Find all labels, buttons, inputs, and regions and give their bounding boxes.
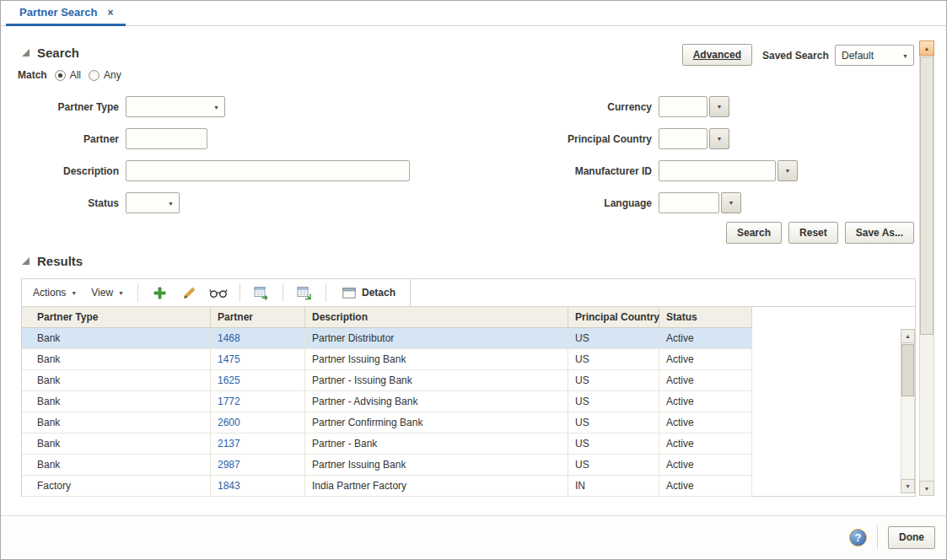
tab-partner-search[interactable]: Partner Search × [6, 1, 126, 26]
cell-status: Active [659, 328, 752, 348]
manufacturer-id-lov-button[interactable]: ▼ [778, 160, 798, 181]
table-scroll-up-button[interactable]: ▲ [901, 329, 915, 343]
reset-button[interactable]: Reset [788, 222, 838, 244]
manufacturer-id-input[interactable] [659, 160, 776, 181]
chevron-down-icon: ▼ [902, 53, 908, 59]
partner-input[interactable] [126, 128, 207, 149]
search-section-header[interactable]: Search [22, 46, 79, 60]
cell-partner-link[interactable]: 1468 [211, 328, 305, 348]
cell-partner-link[interactable]: 1772 [211, 391, 305, 412]
col-header-principal-country[interactable]: Principal Country [568, 307, 659, 327]
saved-search-select[interactable]: Default ▼ [835, 45, 914, 66]
tab-title: Partner Search [19, 6, 98, 19]
cell-partner-link[interactable]: 2137 [211, 433, 305, 454]
cell-description: Partner - Bank [305, 433, 568, 454]
export-button[interactable] [293, 282, 316, 304]
partner-type-select[interactable]: ▼ [126, 96, 225, 117]
query-button[interactable] [207, 282, 230, 304]
save-as-button[interactable]: Save As... [845, 222, 914, 244]
cell-principal-country: US [568, 433, 659, 454]
match-all-radio[interactable]: All [55, 69, 81, 81]
table-row[interactable]: Bank 1468 Partner Distributor US Active [22, 328, 752, 349]
table-scroll-track[interactable] [901, 343, 915, 479]
page-scrollbar[interactable]: ▲ ▼ [919, 40, 934, 496]
cell-partner-link[interactable]: 1625 [211, 370, 305, 390]
language-lov-button[interactable]: ▼ [721, 192, 741, 213]
cell-partner-link[interactable]: 1843 [211, 476, 305, 496]
table-scroll-thumb[interactable] [901, 344, 914, 396]
currency-input[interactable] [659, 96, 708, 117]
actions-menu[interactable]: Actions ▼ [29, 287, 81, 299]
match-any-label: Any [104, 69, 121, 81]
table-row[interactable]: Bank 1772 Partner - Advising Bank US Act… [22, 391, 752, 412]
detach-button[interactable]: Detach [336, 287, 402, 299]
page-scroll-down-button[interactable]: ▼ [919, 481, 934, 496]
down-arrow-icon: ▼ [924, 486, 930, 492]
table-row[interactable]: Factory 1843 India Partner Factory IN Ac… [22, 476, 752, 497]
footer-separator [877, 525, 878, 549]
manufacturer-id-row: Manufacturer ID ▼ [524, 160, 798, 181]
table-row[interactable]: Bank 1475 Partner Issuing Bank US Active [22, 349, 752, 370]
table-scroll-down-button[interactable]: ▼ [901, 479, 915, 493]
partner-type-label: Partner Type [1, 101, 126, 113]
status-select[interactable]: ▼ [126, 192, 180, 213]
col-header-description[interactable]: Description [305, 307, 568, 327]
search-button[interactable]: Search [726, 222, 782, 244]
cell-partner-link[interactable]: 1475 [211, 349, 305, 369]
cell-principal-country: IN [568, 476, 659, 496]
chevron-down-icon: ▼ [717, 104, 723, 110]
footer-bar: ? Done [1, 515, 946, 559]
cell-principal-country: US [568, 370, 659, 390]
manufacturer-id-label: Manufacturer ID [524, 165, 659, 177]
col-header-status[interactable]: Status [659, 307, 752, 327]
table-row[interactable]: Bank 2137 Partner - Bank US Active [22, 433, 752, 455]
partner-search-window: Partner Search × Search Advanced Saved S… [0, 0, 947, 560]
export-to-excel-icon [254, 286, 269, 300]
view-menu-label: View [91, 287, 113, 299]
cell-partner-type: Bank [22, 412, 211, 433]
chevron-down-icon: ▼ [213, 105, 219, 110]
cell-principal-country: US [568, 328, 659, 348]
cell-status: Active [659, 349, 752, 369]
description-label: Description [1, 165, 126, 177]
table-row[interactable]: Bank 1625 Partner - Issuing Bank US Acti… [22, 370, 752, 391]
export-to-excel-button[interactable] [250, 282, 273, 304]
col-header-partner-type[interactable]: Partner Type [22, 307, 211, 327]
cell-status: Active [659, 391, 752, 412]
advanced-button[interactable]: Advanced [682, 44, 752, 66]
results-section-header[interactable]: Results [22, 254, 83, 268]
edit-button[interactable] [177, 282, 201, 304]
cell-partner-type: Bank [22, 433, 211, 454]
principal-country-input[interactable] [659, 128, 708, 149]
close-icon[interactable]: × [108, 7, 114, 19]
cell-description: Partner Issuing Bank [305, 349, 568, 369]
cell-partner-type: Factory [22, 476, 211, 496]
principal-country-lov-button[interactable]: ▼ [709, 128, 729, 149]
done-button[interactable]: Done [888, 526, 935, 549]
status-label: Status [1, 197, 126, 209]
page-scroll-up-button[interactable]: ▲ [919, 40, 934, 56]
results-table: Partner Type Partner Description Princip… [22, 307, 752, 497]
cell-status: Active [659, 370, 752, 390]
cell-partner-type: Bank [22, 391, 211, 412]
add-button[interactable] [148, 282, 171, 304]
help-icon[interactable]: ? [849, 529, 867, 547]
tab-bar: Partner Search × [1, 1, 946, 26]
table-scrollbar[interactable]: ▲ ▼ [901, 329, 915, 493]
match-any-radio[interactable]: Any [89, 69, 121, 81]
page-scroll-thumb[interactable] [920, 57, 934, 335]
currency-lov-button[interactable]: ▼ [709, 96, 729, 117]
description-input[interactable] [126, 160, 410, 181]
col-header-partner[interactable]: Partner [211, 307, 305, 327]
advanced-button-label: Advanced [693, 49, 741, 61]
cell-partner-link[interactable]: 2987 [211, 455, 305, 475]
cell-principal-country: US [568, 349, 659, 369]
table-row[interactable]: Bank 2987 Partner Issuing Bank US Active [22, 455, 752, 476]
page-scroll-track[interactable] [919, 56, 934, 481]
toolbar-end-border [410, 279, 411, 306]
cell-partner-type: Bank [22, 328, 211, 348]
cell-partner-link[interactable]: 2600 [211, 412, 305, 433]
language-input[interactable] [659, 192, 719, 213]
table-row[interactable]: Bank 2600 Partner Confirming Bank US Act… [22, 412, 752, 433]
view-menu[interactable]: View ▼ [87, 287, 128, 299]
